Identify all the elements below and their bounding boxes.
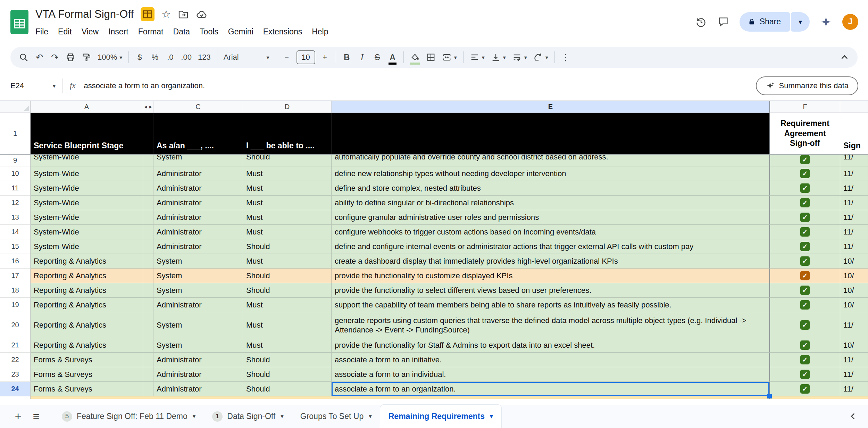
- column-header-f[interactable]: F: [770, 101, 840, 113]
- strikethrough-button[interactable]: S: [370, 49, 385, 66]
- comments-icon[interactable]: [717, 16, 729, 28]
- chevron-down-icon[interactable]: ▾: [53, 83, 56, 89]
- cell-requirement[interactable]: define and store complex, nested attribu…: [332, 181, 770, 196]
- cell-signoff-checkbox[interactable]: ✓: [770, 269, 840, 283]
- header-cell-signoff[interactable]: Requirement Agreement Sign-off: [770, 113, 840, 154]
- cell-requirement[interactable]: automatically populate and override coun…: [332, 155, 770, 166]
- cell-stage[interactable]: Forms & Surveys: [31, 353, 143, 367]
- select-all-corner[interactable]: [0, 101, 31, 113]
- cell-stage[interactable]: System-Wide: [31, 210, 143, 225]
- row-number[interactable]: 23: [0, 367, 31, 382]
- cell-requirement[interactable]: provide the functionality to select diff…: [332, 283, 770, 298]
- cell-signoff-date[interactable]: 11/: [840, 367, 868, 382]
- vertical-align-button[interactable]: ▾: [488, 49, 509, 66]
- cell-role[interactable]: Administrator: [153, 210, 243, 225]
- format-currency-button[interactable]: $: [132, 49, 147, 66]
- checkbox-checked-icon[interactable]: ✓: [800, 271, 810, 280]
- decrease-decimal-button[interactable]: .0: [162, 49, 178, 66]
- share-dropdown-button[interactable]: ▾: [791, 12, 810, 32]
- cell-stage[interactable]: System-Wide: [31, 181, 143, 196]
- cell-requirement[interactable]: provide the functionality to customize d…: [332, 269, 770, 283]
- format-percent-button[interactable]: %: [147, 49, 162, 66]
- paint-format-button[interactable]: [78, 49, 94, 66]
- cell-signoff-checkbox[interactable]: ✓: [770, 239, 840, 254]
- cell-role[interactable]: System: [153, 283, 243, 298]
- cloud-saved-icon[interactable]: [196, 8, 208, 20]
- checkbox-checked-icon[interactable]: ✓: [800, 384, 810, 394]
- cell-stage[interactable]: Reporting & Analytics: [31, 254, 143, 269]
- text-color-button[interactable]: A: [385, 49, 400, 66]
- cell-requirement[interactable]: support the capability of team members b…: [332, 298, 770, 312]
- menu-tools[interactable]: Tools: [195, 25, 223, 38]
- menu-extensions[interactable]: Extensions: [258, 25, 307, 38]
- menu-insert[interactable]: Insert: [103, 25, 133, 38]
- cell-signoff-checkbox[interactable]: ✓: [770, 312, 840, 338]
- increase-font-size-button[interactable]: +: [317, 49, 333, 66]
- cell-role[interactable]: System: [153, 155, 243, 166]
- row-number[interactable]: 12: [0, 196, 31, 210]
- cell-requirement[interactable]: associate a form to an individual.: [332, 367, 770, 382]
- column-header-d[interactable]: D: [243, 101, 332, 113]
- header-cell-modal[interactable]: I ___ be able to ....: [243, 113, 332, 154]
- row-number[interactable]: 15: [0, 239, 31, 254]
- cell-role[interactable]: Administrator: [153, 225, 243, 239]
- cell-requirement[interactable]: associate a form to an organization.: [332, 382, 770, 396]
- header-cell-e[interactable]: [332, 113, 770, 154]
- tab-feature-sign-off-feb-11-demo[interactable]: 5Feature Sign Off: Feb 11 Demo▾: [53, 405, 204, 428]
- cell-signoff-date[interactable]: 10/: [840, 283, 868, 298]
- decrease-font-size-button[interactable]: −: [279, 49, 294, 66]
- cell-requirement[interactable]: ability to define singular or bi-directi…: [332, 196, 770, 210]
- partial-cell[interactable]: [153, 396, 243, 399]
- menu-format[interactable]: Format: [133, 25, 168, 38]
- checkbox-checked-icon[interactable]: ✓: [800, 169, 810, 178]
- cell-requirement[interactable]: configure granular administrative user r…: [332, 210, 770, 225]
- cell-signoff-checkbox[interactable]: ✓: [770, 210, 840, 225]
- cell-signoff-date[interactable]: 11/: [840, 382, 868, 396]
- cell-priority[interactable]: Must: [243, 225, 332, 239]
- cell-signoff-checkbox[interactable]: ✓: [770, 254, 840, 269]
- checkbox-checked-icon[interactable]: ✓: [800, 198, 810, 207]
- cell-role[interactable]: System: [153, 312, 243, 338]
- account-avatar[interactable]: J: [842, 14, 858, 30]
- cell-signoff-date[interactable]: 11/: [840, 210, 868, 225]
- cell-priority[interactable]: Should: [243, 269, 332, 283]
- cell-priority[interactable]: Should: [243, 367, 332, 382]
- cell-priority[interactable]: Must: [243, 196, 332, 210]
- row-number[interactable]: 14: [0, 225, 31, 239]
- cell-priority[interactable]: Should: [243, 155, 332, 166]
- document-title[interactable]: VTA Formal Sign-Off: [35, 8, 134, 20]
- cell-signoff-date[interactable]: 10/: [840, 298, 868, 312]
- checkbox-checked-icon[interactable]: ✓: [800, 320, 810, 330]
- cell-requirement[interactable]: provide the functionality for Staff & Ad…: [332, 338, 770, 353]
- cell-stage[interactable]: System-Wide: [31, 155, 143, 166]
- row-number-1[interactable]: 1: [0, 113, 31, 154]
- row-number[interactable]: 24: [0, 382, 31, 396]
- cell-role[interactable]: Administrator: [153, 166, 243, 181]
- menu-data[interactable]: Data: [168, 25, 195, 38]
- cell-role[interactable]: System: [153, 269, 243, 283]
- italic-button[interactable]: I: [354, 49, 370, 66]
- cell-signoff-checkbox[interactable]: ✓: [770, 382, 840, 396]
- row-number[interactable]: 19: [0, 298, 31, 312]
- cell-stage[interactable]: Reporting & Analytics: [31, 269, 143, 283]
- font-family-select[interactable]: Arial ▾: [220, 49, 273, 66]
- sheets-logo-icon[interactable]: [10, 10, 28, 34]
- bold-button[interactable]: B: [339, 49, 354, 66]
- checkbox-checked-icon[interactable]: ✓: [800, 183, 810, 193]
- checkbox-checked-icon[interactable]: ✓: [800, 370, 810, 379]
- partial-cell[interactable]: [840, 396, 868, 399]
- cell-stage[interactable]: System-Wide: [31, 225, 143, 239]
- cell-role[interactable]: Administrator: [153, 353, 243, 367]
- row-number[interactable]: 13: [0, 210, 31, 225]
- cell-signoff-checkbox[interactable]: ✓: [770, 367, 840, 382]
- cell-signoff-date[interactable]: 11/: [840, 155, 868, 166]
- cell-priority[interactable]: Should: [243, 382, 332, 396]
- move-folder-icon[interactable]: [178, 9, 189, 20]
- cell-stage[interactable]: System-Wide: [31, 196, 143, 210]
- cell-signoff-date[interactable]: 11/: [840, 239, 868, 254]
- cell-stage[interactable]: System-Wide: [31, 239, 143, 254]
- unhide-column-right-icon[interactable]: ►: [149, 105, 153, 109]
- checkbox-checked-icon[interactable]: ✓: [800, 227, 810, 237]
- cell-stage[interactable]: Forms & Surveys: [31, 382, 143, 396]
- merge-cells-button[interactable]: ▾: [439, 49, 460, 66]
